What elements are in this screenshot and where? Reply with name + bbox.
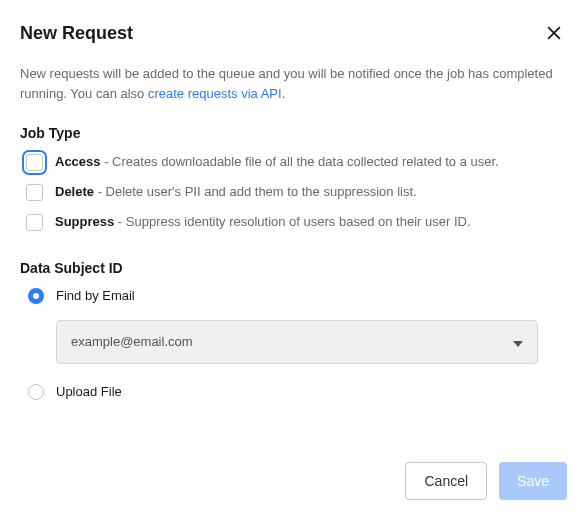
checkbox-row-delete: Delete - Delete user's PII and add them …	[20, 183, 567, 201]
checkbox-row-suppress: Suppress - Suppress identity resolution …	[20, 213, 567, 231]
checkbox-name-access: Access	[55, 154, 101, 169]
radio-find-by-email[interactable]	[28, 288, 44, 304]
radio-row-email: Find by Email	[20, 288, 567, 304]
data-subject-group: Find by Email example@email.com Upload F…	[20, 288, 567, 400]
checkbox-access[interactable]	[26, 154, 43, 171]
radio-row-upload: Upload File	[20, 384, 567, 400]
checkbox-delete[interactable]	[26, 184, 43, 201]
checkbox-label-access: Access - Creates downloadable file of al…	[55, 153, 499, 171]
checkbox-suppress[interactable]	[26, 214, 43, 231]
close-icon	[545, 24, 563, 42]
email-dropdown[interactable]: example@email.com	[56, 320, 538, 364]
job-type-label: Job Type	[20, 125, 567, 141]
checkbox-row-access: Access - Creates downloadable file of al…	[20, 153, 567, 171]
api-link[interactable]: create requests via API	[148, 86, 282, 101]
checkbox-name-delete: Delete	[55, 184, 94, 199]
modal-footer: Cancel Save	[405, 462, 567, 500]
checkbox-desc-delete: - Delete user's PII and add them to the …	[94, 184, 417, 199]
radio-label-upload: Upload File	[56, 384, 122, 399]
description-text-before: New requests will be added to the queue …	[20, 66, 553, 101]
checkbox-desc-suppress: - Suppress identity resolution of users …	[114, 214, 470, 229]
close-button[interactable]	[541, 20, 567, 46]
checkbox-label-delete: Delete - Delete user's PII and add them …	[55, 183, 417, 201]
email-dropdown-value: example@email.com	[71, 334, 193, 349]
checkbox-name-suppress: Suppress	[55, 214, 114, 229]
modal-title: New Request	[20, 23, 133, 44]
data-subject-label: Data Subject ID	[20, 260, 567, 276]
cancel-button[interactable]: Cancel	[405, 462, 487, 500]
modal-description: New requests will be added to the queue …	[20, 64, 567, 103]
radio-upload-file[interactable]	[28, 384, 44, 400]
checkbox-label-suppress: Suppress - Suppress identity resolution …	[55, 213, 471, 231]
radio-label-email: Find by Email	[56, 288, 135, 303]
save-button[interactable]: Save	[499, 462, 567, 500]
job-type-group: Access - Creates downloadable file of al…	[20, 153, 567, 232]
description-text-after: .	[282, 86, 286, 101]
checkbox-desc-access: - Creates downloadable file of all the d…	[101, 154, 499, 169]
chevron-down-icon	[513, 333, 523, 351]
